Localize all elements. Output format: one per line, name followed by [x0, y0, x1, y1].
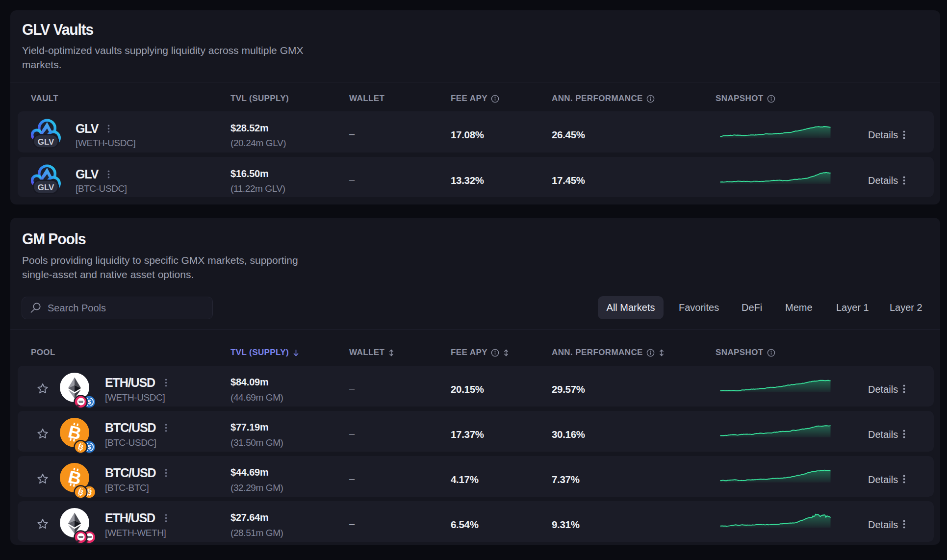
svg-text:GLV: GLV	[38, 137, 54, 147]
svg-text:GLV: GLV	[38, 183, 54, 192]
svg-text:$: $	[88, 399, 91, 406]
svg-text:$: $	[88, 444, 91, 451]
